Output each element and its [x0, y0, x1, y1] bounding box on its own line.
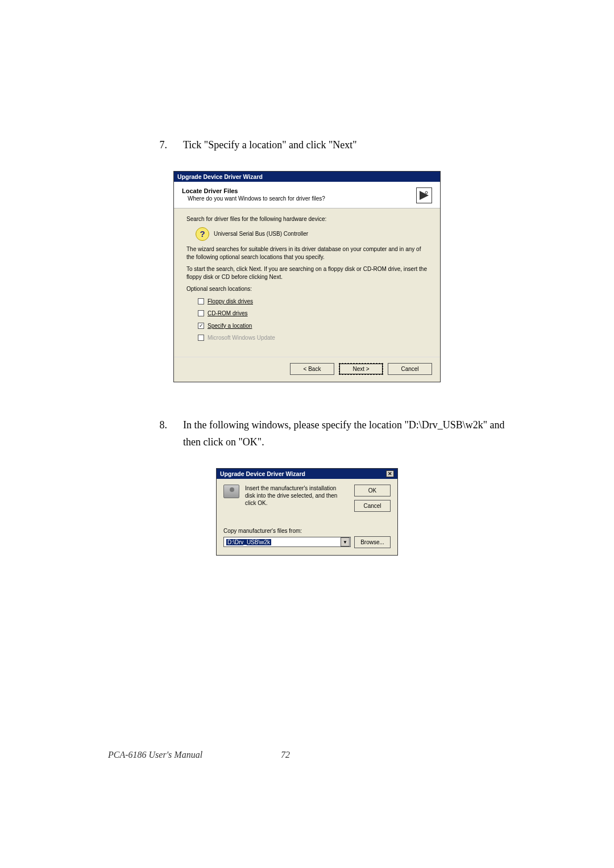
disk-icon [223, 485, 239, 498]
cancel-button[interactable]: Cancel [388, 363, 432, 375]
search-label: Search for driver files for the followin… [186, 215, 428, 223]
back-button[interactable]: < Back [290, 363, 334, 375]
path-value: D:\Drv_USB\w2k [226, 539, 271, 545]
wizard-icon [416, 187, 432, 203]
close-icon[interactable]: ✕ [386, 470, 394, 477]
step-text: Tick "Specify a location" and click "Nex… [183, 136, 512, 154]
wizard-info-2: To start the search, click Next. If you … [186, 265, 428, 281]
step-8: 8. In the following windows, please spec… [154, 416, 512, 451]
checkbox-floppy[interactable]: Floppy disk drives [198, 298, 428, 306]
checkbox-label: Floppy disk drives [208, 298, 253, 306]
dialog-button-row: < Back Next > Cancel [174, 357, 440, 382]
dialog-titlebar: Upgrade Device Driver Wizard ✕ [217, 469, 397, 479]
dialog-titlebar: Upgrade Device Driver Wizard [174, 172, 440, 182]
dialog-header-text: Locate Driver Files Where do you want Wi… [182, 187, 416, 202]
checkbox-icon [198, 310, 204, 316]
checkbox-label: Specify a location [208, 322, 252, 330]
dialog-top-row: Insert the manufacturer's installation d… [223, 485, 391, 512]
checkbox-icon [198, 335, 204, 341]
page-footer: PCA-6186 User's Manual 72 [108, 750, 506, 760]
optional-locations-label: Optional search locations: [186, 285, 428, 293]
dialog-header: Locate Driver Files Where do you want Wi… [174, 182, 440, 208]
dialog-body: Insert the manufacturer's installation d… [217, 479, 397, 555]
page-number: 72 [281, 750, 290, 760]
dialog-header-title: Locate Driver Files [182, 187, 416, 194]
path-combo-row: D:\Drv_USB\w2k ▼ Browse... [223, 536, 391, 548]
dialog-title-text: Upgrade Device Driver Wizard [220, 470, 305, 477]
dialog-message: Insert the manufacturer's installation d… [245, 485, 344, 507]
dialog-body: Search for driver files for the followin… [174, 208, 440, 357]
step-text: In the following windows, please specify… [183, 416, 512, 451]
checkbox-label: CD-ROM drives [208, 310, 248, 318]
step-7: 7. Tick "Specify a location" and click "… [154, 136, 512, 154]
checkbox-icon [198, 298, 204, 304]
checkbox-windows-update: Microsoft Windows Update [198, 334, 428, 342]
chevron-down-icon[interactable]: ▼ [341, 537, 350, 546]
manual-title: PCA-6186 User's Manual [108, 750, 202, 760]
device-name: Universal Serial Bus (USB) Controller [214, 230, 308, 238]
checkbox-label: Microsoft Windows Update [208, 334, 275, 342]
copy-from-label: Copy manufacturer's files from: [223, 528, 391, 534]
checkbox-cdrom[interactable]: CD-ROM drives [198, 310, 428, 318]
step-number: 8. [154, 416, 167, 451]
wizard-info-1: The wizard searches for suitable drivers… [186, 245, 428, 261]
next-button[interactable]: Next > [339, 363, 383, 375]
step-number: 7. [154, 136, 167, 154]
driver-wizard-dialog-1: Upgrade Device Driver Wizard Locate Driv… [173, 171, 441, 382]
ok-button[interactable]: OK [354, 485, 391, 496]
checkbox-icon: ✓ [198, 323, 204, 329]
driver-wizard-dialog-2: Upgrade Device Driver Wizard ✕ Insert th… [216, 468, 398, 556]
dialog-header-subtitle: Where do you want Windows to search for … [188, 195, 416, 202]
browse-button[interactable]: Browse... [354, 536, 391, 548]
svg-point-0 [425, 191, 428, 194]
dialog-lower: Copy manufacturer's files from: D:\Drv_U… [223, 528, 391, 548]
path-input[interactable]: D:\Drv_USB\w2k ▼ [223, 537, 351, 547]
dialog-right-buttons: OK Cancel [354, 485, 391, 512]
cancel-button[interactable]: Cancel [354, 500, 391, 512]
question-mark-icon: ? [196, 227, 209, 241]
document-page: 7. Tick "Specify a location" and click "… [0, 0, 614, 868]
checkbox-specify-location[interactable]: ✓ Specify a location [198, 322, 428, 330]
device-row: ? Universal Serial Bus (USB) Controller [196, 227, 428, 241]
